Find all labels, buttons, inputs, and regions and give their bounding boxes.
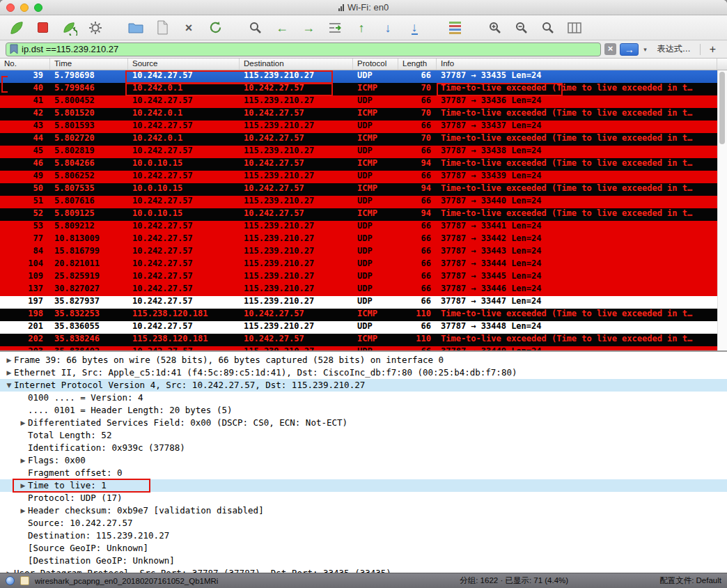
- packet-row[interactable]: 44 5.802720 10.242.0.1 10.242.27.57 ICMP…: [0, 133, 717, 146]
- clear-filter-button[interactable]: ×: [604, 43, 616, 55]
- expand-arrow-icon[interactable]: [18, 392, 28, 404]
- detail-line[interactable]: ▶ Ethernet II, Src: Apple_c5:1d:41 (f4:5…: [0, 366, 727, 379]
- detail-line[interactable]: .... 0101 = Header Length: 20 bytes (5): [0, 404, 727, 417]
- detail-line[interactable]: Total Length: 52: [0, 429, 727, 442]
- packet-row[interactable]: 42 5.801520 10.242.0.1 10.242.27.57 ICMP…: [0, 108, 717, 121]
- bookmark-icon[interactable]: [10, 44, 18, 54]
- detail-line[interactable]: ▶ Header checksum: 0xb9e7 [validation di…: [0, 504, 727, 517]
- column-header-length[interactable]: Length: [398, 59, 437, 70]
- packet-row[interactable]: 49 5.806252 10.242.27.57 115.239.210.27 …: [0, 171, 717, 183]
- capture-comment-icon[interactable]: [20, 576, 29, 585]
- packet-row[interactable]: 50 5.807535 10.0.10.15 10.242.27.57 ICMP…: [0, 183, 717, 196]
- detail-line[interactable]: ▶ Time to live: 1: [0, 479, 727, 492]
- packet-row[interactable]: 40 5.799846 10.242.0.1 10.242.27.57 ICMP…: [0, 83, 717, 95]
- stop-capture-button[interactable]: [32, 18, 53, 38]
- detail-line[interactable]: Fragment offset: 0: [0, 467, 727, 479]
- capture-options-button[interactable]: [85, 18, 106, 38]
- reload-file-button[interactable]: [205, 18, 226, 38]
- expand-arrow-icon[interactable]: ▼: [4, 379, 14, 392]
- zoom-out-button[interactable]: [511, 18, 532, 38]
- expand-arrow-icon[interactable]: ▶: [18, 454, 28, 467]
- start-capture-button[interactable]: [6, 18, 26, 38]
- display-filter-input[interactable]: [22, 44, 597, 54]
- expand-arrow-icon[interactable]: ▶: [4, 366, 14, 379]
- detail-line[interactable]: ▶ Flags: 0x00: [0, 454, 727, 467]
- column-header-info[interactable]: Info: [437, 59, 717, 70]
- scrollbar-thumb[interactable]: [719, 72, 725, 144]
- detail-line[interactable]: ▶ User Datagram Protocol, Src Port: 3778…: [0, 567, 727, 573]
- find-packet-button[interactable]: [245, 18, 266, 38]
- expression-button[interactable]: 表达式…: [652, 43, 696, 55]
- detail-line[interactable]: Protocol: UDP (17): [0, 492, 727, 504]
- go-to-packet-button[interactable]: [325, 18, 345, 38]
- minimize-window-button[interactable]: [20, 3, 29, 12]
- column-header-time[interactable]: Time: [50, 59, 128, 70]
- expand-arrow-icon[interactable]: ▶: [18, 479, 28, 492]
- resize-columns-button[interactable]: [564, 18, 585, 38]
- expand-arrow-icon[interactable]: [18, 467, 28, 479]
- go-first-button[interactable]: ↑: [351, 18, 372, 38]
- packet-row[interactable]: 84 15.816799 10.242.27.57 115.239.210.27…: [0, 246, 717, 258]
- column-header-destination[interactable]: Destination: [240, 59, 353, 70]
- go-last-button[interactable]: ↓: [377, 18, 398, 38]
- packet-row[interactable]: 197 35.827937 10.242.27.57 115.239.210.2…: [0, 296, 717, 309]
- detail-line[interactable]: Source: 10.242.27.57: [0, 517, 727, 529]
- detail-line[interactable]: [Destination GeoIP: Unknown]: [0, 555, 727, 567]
- colorize-button[interactable]: [444, 18, 465, 38]
- packet-row[interactable]: 53 5.809212 10.242.27.57 115.239.210.27 …: [0, 221, 717, 233]
- packet-row[interactable]: 46 5.804266 10.0.10.15 10.242.27.57 ICMP…: [0, 158, 717, 171]
- save-file-button[interactable]: [152, 18, 173, 38]
- expand-arrow-icon[interactable]: ▶: [4, 567, 14, 573]
- go-forward-button[interactable]: →: [298, 18, 319, 38]
- zoom-in-button[interactable]: [485, 18, 506, 38]
- detail-line[interactable]: [Source GeoIP: Unknown]: [0, 542, 727, 555]
- expand-arrow-icon[interactable]: [18, 555, 28, 567]
- packet-row[interactable]: 77 10.813009 10.242.27.57 115.239.210.27…: [0, 233, 717, 246]
- close-window-button[interactable]: [6, 3, 15, 12]
- expand-arrow-icon[interactable]: [18, 529, 28, 542]
- expand-arrow-icon[interactable]: ▶: [4, 354, 14, 366]
- zoom-window-button[interactable]: [34, 3, 42, 12]
- packet-row[interactable]: 39 5.798698 10.242.27.57 115.239.210.27 …: [0, 70, 717, 83]
- open-file-button[interactable]: [125, 18, 146, 38]
- packet-list-scrollbar[interactable]: [717, 70, 727, 350]
- column-header-no[interactable]: No.: [0, 59, 50, 70]
- expand-arrow-icon[interactable]: [18, 492, 28, 504]
- expert-info-icon[interactable]: [6, 576, 15, 585]
- add-filter-button[interactable]: +: [704, 43, 721, 56]
- expand-arrow-icon[interactable]: [18, 542, 28, 555]
- column-header-protocol[interactable]: Protocol: [353, 59, 398, 70]
- packet-row[interactable]: 45 5.802819 10.242.27.57 115.239.210.27 …: [0, 146, 717, 158]
- detail-line[interactable]: Destination: 115.239.210.27: [0, 529, 727, 542]
- close-file-button[interactable]: ×: [178, 18, 199, 38]
- restart-capture-button[interactable]: [58, 18, 79, 38]
- expand-arrow-icon[interactable]: [18, 517, 28, 529]
- expand-arrow-icon[interactable]: ▶: [18, 504, 28, 517]
- packet-row[interactable]: 41 5.800452 10.242.27.57 115.239.210.27 …: [0, 95, 717, 108]
- packet-row[interactable]: 109 25.825919 10.242.27.57 115.239.210.2…: [0, 271, 717, 284]
- expand-arrow-icon[interactable]: [18, 442, 28, 454]
- go-back-button[interactable]: ←: [272, 18, 292, 38]
- detail-line[interactable]: ▶ Differentiated Services Field: 0x00 (D…: [0, 417, 727, 429]
- expand-arrow-icon[interactable]: [18, 429, 28, 442]
- detail-line[interactable]: Identification: 0x939c (37788): [0, 442, 727, 454]
- detail-line[interactable]: ▼ Internet Protocol Version 4, Src: 10.2…: [0, 379, 727, 392]
- apply-filter-button[interactable]: →: [620, 43, 639, 56]
- packet-row[interactable]: 104 20.821011 10.242.27.57 115.239.210.2…: [0, 258, 717, 271]
- expand-arrow-icon[interactable]: ▶: [18, 417, 28, 429]
- packet-row[interactable]: 201 35.836055 10.242.27.57 115.239.210.2…: [0, 321, 717, 334]
- detail-line[interactable]: 0100 .... = Version: 4: [0, 392, 727, 404]
- packet-row[interactable]: 52 5.809125 10.0.10.15 10.242.27.57 ICMP…: [0, 208, 717, 221]
- packet-row[interactable]: 43 5.801593 10.242.27.57 115.239.210.27 …: [0, 121, 717, 133]
- packet-row[interactable]: 198 35.832253 115.238.120.181 10.242.27.…: [0, 309, 717, 321]
- auto-scroll-button[interactable]: ↓: [404, 18, 425, 38]
- expand-arrow-icon[interactable]: [18, 404, 28, 417]
- display-filter-field[interactable]: [6, 42, 601, 56]
- packet-row[interactable]: 137 30.827027 10.242.27.57 115.239.210.2…: [0, 284, 717, 296]
- packet-row[interactable]: 202 35.838246 115.238.120.181 10.242.27.…: [0, 334, 717, 346]
- column-header-source[interactable]: Source: [128, 59, 240, 70]
- filter-history-dropdown[interactable]: ▾: [642, 46, 648, 53]
- zoom-reset-button[interactable]: [538, 18, 558, 38]
- profile-label[interactable]: 配置文件: Default: [659, 575, 721, 586]
- packet-row[interactable]: 51 5.807616 10.242.27.57 115.239.210.27 …: [0, 196, 717, 208]
